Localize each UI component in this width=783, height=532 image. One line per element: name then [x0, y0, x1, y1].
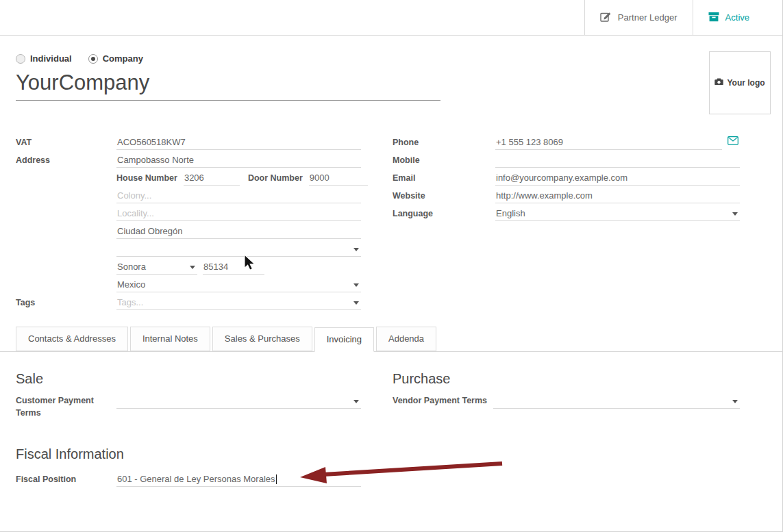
- locality-input[interactable]: Locality...: [116, 207, 361, 221]
- municipality-row: [16, 239, 361, 257]
- radio-individual-circle-icon: [16, 54, 25, 64]
- email-input[interactable]: info@yourcompany.example.com: [495, 171, 740, 186]
- edit-ledger-icon: [600, 11, 612, 24]
- mobile-label: Mobile: [393, 155, 495, 168]
- state-zip-row: Sonora 85134: [16, 257, 361, 275]
- locality-row: Locality...: [16, 203, 361, 221]
- chevron-down-icon: [353, 301, 359, 305]
- mobile-row: Mobile: [393, 150, 740, 168]
- fiscal-position-input[interactable]: 601 - General de Ley Personas Morales: [116, 472, 361, 487]
- tab-contacts-addresses[interactable]: Contacts & Addresses: [16, 327, 128, 351]
- vendor-payment-terms-row: Vendor Payment Terms: [393, 393, 740, 411]
- phone-row: Phone +1 555 123 8069: [393, 132, 740, 150]
- door-number-label: Door Number: [248, 173, 303, 186]
- text-cursor: [276, 474, 277, 484]
- country-row: Mexico: [16, 275, 361, 292]
- form-sheet: Individual Company YourCompany Your logo: [0, 36, 782, 310]
- zip-input[interactable]: 85134: [203, 260, 264, 275]
- vat-input[interactable]: ACO560518KW7: [116, 136, 361, 150]
- archive-box-icon: [708, 12, 719, 24]
- email-row: Email info@yourcompany.example.com: [393, 168, 740, 186]
- mobile-input[interactable]: [495, 153, 740, 168]
- top-button-group: Partner Ledger Active: [584, 0, 782, 35]
- radio-company[interactable]: Company: [88, 53, 143, 64]
- chevron-down-icon: [190, 266, 195, 269]
- vendor-payment-terms-select[interactable]: [493, 394, 740, 409]
- house-number-input[interactable]: 3206: [184, 171, 240, 186]
- city-input[interactable]: Ciudad Obregón: [116, 225, 361, 239]
- colony-input[interactable]: Colony...: [116, 189, 361, 203]
- notebook-tab-bar: Contacts & Addresses Internal Notes Sale…: [0, 327, 782, 352]
- tab-internal-notes[interactable]: Internal Notes: [130, 327, 210, 351]
- details-right-column: Phone +1 555 123 8069 Mobile: [393, 132, 740, 310]
- language-label: Language: [393, 209, 495, 221]
- active-button[interactable]: Active: [693, 0, 782, 35]
- language-row: Language English: [393, 203, 740, 221]
- fiscal-position-row: Fiscal Position 601 - General de Ley Per…: [16, 469, 767, 487]
- sale-section: Sale Customer Payment Terms: [16, 371, 361, 422]
- house-number-label: House Number: [116, 173, 177, 186]
- company-logo-box[interactable]: Your logo: [709, 51, 771, 114]
- active-label: Active: [725, 12, 749, 23]
- website-label: Website: [393, 191, 495, 203]
- tab-addenda[interactable]: Addenda: [376, 327, 436, 351]
- radio-company-circle-icon: [88, 54, 98, 64]
- sms-envelope-icon[interactable]: [728, 136, 738, 148]
- partner-form-page: Partner Ledger Active Individual: [0, 0, 783, 532]
- purchase-section: Purchase Vendor Payment Terms: [393, 371, 740, 422]
- company-name-input[interactable]: YourCompany: [16, 71, 440, 101]
- customer-payment-terms-select[interactable]: [116, 394, 361, 409]
- radio-individual[interactable]: Individual: [16, 53, 72, 64]
- vat-label: VAT: [16, 138, 116, 150]
- vendor-payment-terms-label: Vendor Payment Terms: [393, 393, 493, 410]
- tags-label: Tags: [16, 298, 116, 310]
- state-select[interactable]: Sonora: [116, 260, 197, 275]
- phone-label: Phone: [393, 138, 495, 150]
- door-number-input[interactable]: 9000: [309, 171, 368, 186]
- sale-title: Sale: [16, 371, 361, 387]
- address-label: Address: [16, 155, 116, 168]
- country-select[interactable]: Mexico: [116, 278, 361, 292]
- camera-icon: [714, 78, 723, 88]
- customer-payment-terms-label: Customer Payment Terms: [16, 393, 116, 422]
- customer-payment-terms-row: Customer Payment Terms: [16, 393, 361, 422]
- fiscal-position-label: Fiscal Position: [16, 474, 116, 487]
- vat-row: VAT ACO560518KW7: [16, 132, 361, 150]
- language-select[interactable]: English: [495, 207, 740, 221]
- details-grid: VAT ACO560518KW7 Address Campobasso Nort…: [16, 132, 767, 310]
- email-label: Email: [393, 173, 495, 186]
- street-input[interactable]: Campobasso Norte: [116, 153, 361, 168]
- tags-input[interactable]: Tags...: [116, 296, 361, 310]
- fiscal-information-title: Fiscal Information: [16, 446, 767, 462]
- chevron-down-icon: [732, 400, 738, 403]
- partner-ledger-button[interactable]: Partner Ledger: [584, 0, 693, 35]
- chevron-down-icon: [353, 283, 359, 287]
- purchase-title: Purchase: [393, 371, 740, 387]
- municipality-select[interactable]: [116, 242, 361, 257]
- company-type-radio-group: Individual Company: [16, 53, 767, 64]
- details-left-column: VAT ACO560518KW7 Address Campobasso Nort…: [16, 132, 361, 310]
- website-row: Website http://www.example.com: [393, 186, 740, 203]
- tab-sales-purchases[interactable]: Sales & Purchases: [212, 327, 312, 351]
- radio-individual-label: Individual: [30, 53, 72, 64]
- top-button-bar: Partner Ledger Active: [0, 0, 782, 36]
- city-row: Ciudad Obregón: [16, 221, 361, 239]
- chevron-down-icon: [353, 400, 359, 403]
- tab-invoicing[interactable]: Invoicing: [314, 327, 374, 352]
- invoicing-tab-content: Sale Customer Payment Terms Purchase Ven…: [0, 352, 782, 487]
- colony-row: Colony...: [16, 186, 361, 203]
- street-row: Address Campobasso Norte: [16, 150, 361, 168]
- partner-ledger-label: Partner Ledger: [618, 12, 678, 23]
- website-input[interactable]: http://www.example.com: [495, 189, 740, 203]
- chevron-down-icon: [732, 212, 738, 216]
- radio-company-label: Company: [103, 53, 143, 64]
- chevron-down-icon: [353, 248, 359, 251]
- phone-input[interactable]: +1 555 123 8069: [495, 136, 722, 150]
- tags-row: Tags Tags...: [16, 292, 361, 310]
- house-door-row: House Number 3206 Door Number 9000: [16, 168, 361, 186]
- logo-label: Your logo: [727, 78, 765, 88]
- sale-purchase-grid: Sale Customer Payment Terms Purchase Ven…: [16, 371, 767, 422]
